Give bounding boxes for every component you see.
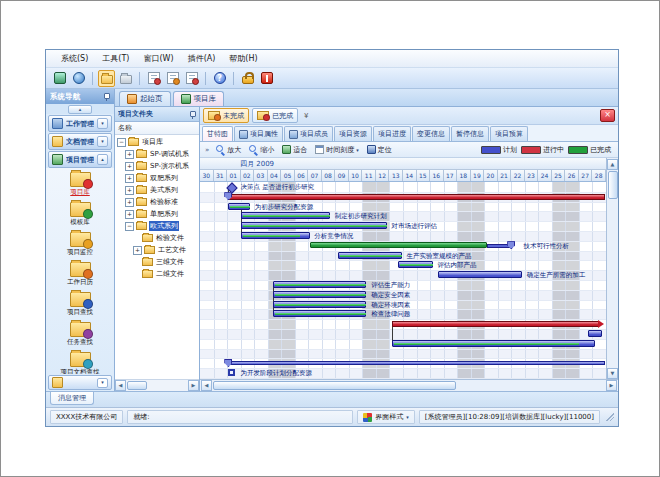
report-delete-button[interactable] xyxy=(183,70,200,87)
tree-node-3[interactable]: +双肥系列 xyxy=(115,172,199,184)
menu-item-3[interactable]: 插件(A) xyxy=(181,53,223,64)
sidebar-panel-2[interactable]: 项目管理▴ xyxy=(48,151,112,168)
expand-toggle-icon[interactable]: + xyxy=(125,210,134,219)
sidebar-item-5[interactable]: 任务查找 xyxy=(67,322,93,347)
tree-node-2[interactable]: +SP-演示机系 xyxy=(115,160,199,172)
menu-item-4[interactable]: 帮助(H) xyxy=(222,53,264,64)
gantt-tab-4[interactable]: 项目进度 xyxy=(373,126,411,141)
lock-button[interactable] xyxy=(239,70,256,87)
day-26[interactable]: 26 xyxy=(565,170,579,181)
sidebar-item-4[interactable]: 项目查找 xyxy=(67,292,93,317)
chevron-icon[interactable]: ▴ xyxy=(97,154,108,165)
sidebar-panel-1[interactable]: 文档管理▾ xyxy=(48,133,112,150)
globe-button[interactable] xyxy=(70,70,87,87)
resize-grip[interactable] xyxy=(606,413,614,421)
sidebar-item-0[interactable]: 项目库 xyxy=(70,172,91,197)
scroll-right-icon[interactable]: ▶ xyxy=(606,380,617,391)
tool-4[interactable]: 定位 xyxy=(364,144,395,156)
day-28[interactable]: 28 xyxy=(592,170,606,181)
day-22[interactable]: 22 xyxy=(511,170,525,181)
close-icon[interactable]: × xyxy=(600,109,615,122)
gantt-chart[interactable]: 决策点 是否进行初步研究为初步研究分配资源制定初步研究计划对市场进行评估分析竞争… xyxy=(200,182,606,379)
tool-0[interactable]: 放大 xyxy=(213,144,244,156)
filter-0[interactable]: 未完成 xyxy=(203,108,249,123)
scroll-up-icon[interactable]: ▲ xyxy=(607,159,618,170)
expand-toggle-icon[interactable]: + xyxy=(125,162,134,171)
gantt-tab-1[interactable]: 项目属性 xyxy=(234,126,283,141)
help-button[interactable] xyxy=(211,70,228,87)
day-02[interactable]: 02 xyxy=(241,170,255,181)
day-12[interactable]: 12 xyxy=(376,170,390,181)
gantt-horizontal-scrollbar[interactable]: ◀ ▶ xyxy=(200,379,618,391)
tree-node-8[interactable]: 检验文件 xyxy=(115,232,199,244)
gantt-vertical-scrollbar[interactable]: ▲ ▼ xyxy=(606,158,618,379)
tool-1[interactable]: 缩小 xyxy=(246,144,277,156)
day-27[interactable]: 27 xyxy=(579,170,593,181)
tree-node-1[interactable]: +SP-调试机系 xyxy=(115,148,199,160)
sidebar-collapsed-panel[interactable]: ▾ xyxy=(48,375,112,390)
tree-column-header[interactable]: 名称 xyxy=(115,122,199,135)
gantt-tab-2[interactable]: 项目成员 xyxy=(284,126,333,141)
menu-item-1[interactable]: 工具(T) xyxy=(95,53,136,64)
expand-toggle-icon[interactable]: + xyxy=(125,150,134,159)
gantt-tab-0[interactable]: 甘特图 xyxy=(202,126,233,141)
toolbar-overflow-icon[interactable]: » xyxy=(203,146,211,154)
scroll-left-icon[interactable]: ◀ xyxy=(115,380,126,391)
filter-1[interactable]: 已完成 xyxy=(252,108,298,123)
day-16[interactable]: 16 xyxy=(430,170,444,181)
day-10[interactable]: 10 xyxy=(349,170,363,181)
day-03[interactable]: 03 xyxy=(254,170,268,181)
chevron-icon[interactable]: ▾ xyxy=(97,118,108,129)
day-25[interactable]: 25 xyxy=(552,170,566,181)
pin-icon[interactable] xyxy=(187,110,196,119)
day-11[interactable]: 11 xyxy=(362,170,376,181)
pin-icon[interactable] xyxy=(101,92,110,101)
sidebar-item-2[interactable]: 项目监控 xyxy=(67,232,93,257)
day-08[interactable]: 08 xyxy=(322,170,336,181)
doc-tab-1[interactable]: 项目库 xyxy=(173,91,225,106)
expand-toggle-icon[interactable]: + xyxy=(125,186,134,195)
day-14[interactable]: 14 xyxy=(403,170,417,181)
tool-3[interactable]: 时间刻度▾ xyxy=(312,144,362,156)
scroll-right-icon[interactable]: ▶ xyxy=(188,380,199,391)
tool-2[interactable]: 适合 xyxy=(279,144,310,156)
menu-item-2[interactable]: 窗口(W) xyxy=(136,53,180,64)
day-24[interactable]: 24 xyxy=(538,170,552,181)
day-06[interactable]: 06 xyxy=(295,170,309,181)
scroll-down-icon[interactable]: ▼ xyxy=(607,368,618,379)
day-30[interactable]: 30 xyxy=(200,170,214,181)
exit-button[interactable] xyxy=(258,70,275,87)
report-button[interactable] xyxy=(145,70,162,87)
day-07[interactable]: 07 xyxy=(308,170,322,181)
day-19[interactable]: 19 xyxy=(471,170,485,181)
folder-closed-button[interactable] xyxy=(117,70,134,87)
chevron-icon[interactable]: ▾ xyxy=(97,136,108,147)
expand-toggle-icon[interactable]: + xyxy=(125,198,134,207)
day-01[interactable]: 01 xyxy=(227,170,241,181)
gantt-tab-7[interactable]: 项目预算 xyxy=(490,126,528,141)
day-18[interactable]: 18 xyxy=(457,170,471,181)
day-21[interactable]: 21 xyxy=(498,170,512,181)
day-15[interactable]: 15 xyxy=(417,170,431,181)
sidebar-panel-0[interactable]: 工作管理▾ xyxy=(48,115,112,132)
ui-style-button[interactable]: 界面样式 ▾ xyxy=(357,410,415,424)
sidebar-item-1[interactable]: 模板库 xyxy=(70,202,91,227)
gantt-tab-5[interactable]: 变更信息 xyxy=(412,126,450,141)
folder-open-button[interactable] xyxy=(98,70,115,87)
menu-item-0[interactable]: 系统(S) xyxy=(54,53,95,64)
tree-node-6[interactable]: +单肥系列 xyxy=(115,208,199,220)
scroll-thumb[interactable] xyxy=(608,171,618,199)
expand-toggle-icon[interactable]: + xyxy=(133,246,142,255)
tree-node-10[interactable]: 三维文件 xyxy=(115,256,199,268)
day-31[interactable]: 31 xyxy=(214,170,228,181)
expand-toggle-icon[interactable]: − xyxy=(117,138,126,147)
report-edit-button[interactable] xyxy=(164,70,181,87)
tab-message-management[interactable]: 消息管理 xyxy=(50,392,94,405)
chevron-down-icon[interactable]: ▾ xyxy=(97,378,108,388)
sidebar-collapse-button[interactable]: ▴ xyxy=(68,105,92,114)
day-04[interactable]: 04 xyxy=(268,170,282,181)
day-23[interactable]: 23 xyxy=(525,170,539,181)
tree-node-9[interactable]: +工艺文件 xyxy=(115,244,199,256)
scroll-left-icon[interactable]: ◀ xyxy=(201,380,212,391)
sidebar-item-3[interactable]: 工作日历 xyxy=(67,262,93,287)
